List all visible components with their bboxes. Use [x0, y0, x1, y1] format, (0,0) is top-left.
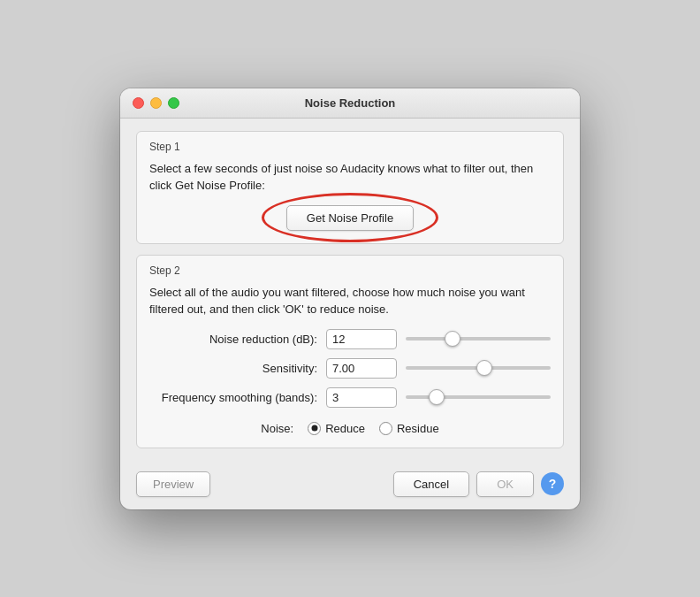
noise-reduction-row: Noise reduction (dB):	[149, 329, 551, 349]
frequency-smoothing-slider[interactable]	[406, 395, 551, 399]
controls-grid: Noise reduction (dB): Sensitivity:	[149, 329, 551, 435]
get-noise-profile-wrap: Get Noise Profile	[149, 205, 551, 231]
frequency-smoothing-label: Frequency smoothing (bands):	[149, 391, 317, 404]
frequency-smoothing-slider-wrap	[406, 395, 551, 399]
step2-label: Step 2	[149, 264, 551, 277]
step1-label: Step 1	[149, 141, 551, 153]
step2-section: Step 2 Select all of the audio you want …	[136, 255, 564, 448]
maximize-button[interactable]	[168, 97, 179, 109]
noise-reduction-slider-wrap	[406, 337, 551, 341]
frequency-smoothing-row: Frequency smoothing (bands):	[149, 387, 551, 408]
noise-radio-row: Noise: Reduce Residue	[149, 422, 551, 435]
get-noise-profile-button[interactable]: Get Noise Profile	[286, 205, 414, 231]
dialog-body: Step 1 Select a few seconds of just nois…	[120, 119, 580, 463]
noise-reduction-input[interactable]	[326, 329, 397, 349]
noise-reduction-label: Noise reduction (dB):	[149, 333, 317, 346]
noise-reduction-dialog: Noise Reduction Step 1 Select a few seco…	[120, 88, 580, 509]
help-button[interactable]: ?	[541, 472, 564, 495]
reduce-radio[interactable]	[308, 422, 321, 435]
ok-button[interactable]: OK	[476, 471, 534, 497]
residue-radio[interactable]	[379, 422, 392, 435]
reduce-label: Reduce	[325, 422, 365, 435]
sensitivity-slider[interactable]	[406, 366, 551, 370]
step2-description: Select all of the audio you want filtere…	[149, 284, 551, 318]
cancel-button[interactable]: Cancel	[393, 471, 469, 497]
sensitivity-slider-wrap	[406, 366, 551, 370]
step1-description: Select a few seconds of just noise so Au…	[149, 160, 551, 195]
dialog-title: Noise Reduction	[305, 96, 396, 110]
noise-radio-label: Noise:	[261, 422, 293, 435]
noise-reduction-slider[interactable]	[406, 337, 551, 341]
window-controls	[133, 97, 179, 109]
sensitivity-input[interactable]	[326, 358, 397, 379]
residue-label: Residue	[397, 422, 439, 435]
sensitivity-label: Sensitivity:	[149, 362, 317, 375]
sensitivity-row: Sensitivity:	[149, 358, 551, 379]
preview-button[interactable]: Preview	[136, 471, 210, 497]
minimize-button[interactable]	[150, 97, 162, 109]
frequency-smoothing-input[interactable]	[326, 387, 397, 408]
dialog-footer: Preview Cancel OK ?	[120, 463, 580, 509]
residue-option[interactable]: Residue	[379, 422, 439, 435]
title-bar: Noise Reduction	[120, 88, 580, 119]
step1-section: Step 1 Select a few seconds of just nois…	[136, 131, 564, 244]
close-button[interactable]	[133, 97, 144, 109]
reduce-option[interactable]: Reduce	[308, 422, 365, 435]
